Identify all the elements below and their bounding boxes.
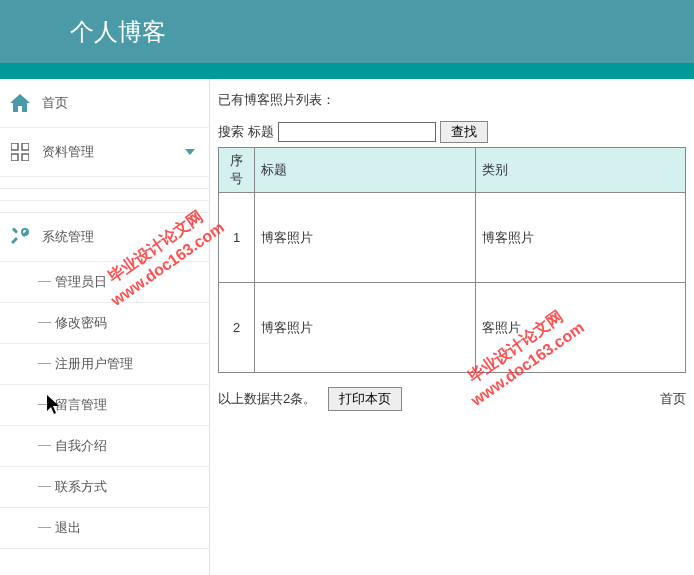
sidebar-item-label: 资料管理	[42, 143, 94, 161]
svg-rect-0	[11, 143, 18, 150]
table-row: 1 博客照片 博客照片	[219, 193, 686, 283]
sub-label: 管理员日	[55, 274, 107, 289]
sidebar-item-label: 首页	[42, 94, 68, 112]
sidebar-sub-change-pwd[interactable]: 修改密码	[0, 303, 209, 344]
sub-label: 退出	[55, 520, 81, 535]
svg-rect-5	[12, 227, 18, 233]
svg-rect-3	[22, 154, 29, 161]
sub-stripe	[0, 189, 209, 201]
tools-icon	[10, 227, 30, 247]
cell-category: 博客照片	[476, 193, 686, 283]
cell-title: 博客照片	[255, 283, 476, 373]
main-content: 已有博客照片列表： 搜索 标题 查找 序号 标题 类别 1 博客照片 博客照片	[210, 79, 694, 575]
sidebar-sub-self-intro[interactable]: 自我介绍	[0, 426, 209, 467]
grid-icon	[10, 142, 30, 162]
sidebar: 首页 资料管理 系统管理 管理员日 修改密码 注册用户管理 留言管理 自我介绍 …	[0, 79, 210, 575]
cell-category: 客照片	[476, 283, 686, 373]
sidebar-item-data-mgmt[interactable]: 资料管理	[0, 128, 209, 177]
sidebar-item-home[interactable]: 首页	[0, 79, 209, 128]
top-bar	[0, 63, 694, 79]
search-label: 搜索	[218, 123, 244, 141]
summary-text: 以上数据共2条。	[218, 390, 316, 408]
list-title: 已有博客照片列表：	[218, 91, 686, 109]
sub-label: 自我介绍	[55, 438, 107, 453]
app-header: 个人博客	[0, 0, 694, 63]
sub-stripe	[0, 177, 209, 189]
col-header-category: 类别	[476, 148, 686, 193]
search-input[interactable]	[278, 122, 436, 142]
cell-title: 博客照片	[255, 193, 476, 283]
sidebar-sub-user-mgmt[interactable]: 注册用户管理	[0, 344, 209, 385]
sidebar-sub-exit[interactable]: 退出	[0, 508, 209, 549]
app-title: 个人博客	[70, 16, 166, 48]
print-button[interactable]: 打印本页	[328, 387, 402, 411]
search-row: 搜索 标题 查找	[218, 121, 686, 143]
home-icon	[10, 93, 30, 113]
footer-row: 以上数据共2条。 打印本页 首页	[218, 387, 686, 411]
cell-num: 2	[219, 283, 255, 373]
col-header-title: 标题	[255, 148, 476, 193]
svg-rect-1	[22, 143, 29, 150]
sidebar-sub-contact[interactable]: 联系方式	[0, 467, 209, 508]
sub-label: 注册用户管理	[55, 356, 133, 371]
sub-label: 修改密码	[55, 315, 107, 330]
data-table: 序号 标题 类别 1 博客照片 博客照片 2 博客照片 客照片	[218, 147, 686, 373]
table-row: 2 博客照片 客照片	[219, 283, 686, 373]
cell-num: 1	[219, 193, 255, 283]
sidebar-sub-admin-log[interactable]: 管理员日	[0, 262, 209, 303]
pager-first[interactable]: 首页	[660, 390, 686, 408]
sub-stripe	[0, 201, 209, 213]
sidebar-sub-message-mgmt[interactable]: 留言管理	[0, 385, 209, 426]
search-field-label: 标题	[248, 123, 274, 141]
sub-label: 联系方式	[55, 479, 107, 494]
sidebar-item-label: 系统管理	[42, 228, 94, 246]
col-header-num: 序号	[219, 148, 255, 193]
sidebar-item-sys-mgmt[interactable]: 系统管理	[0, 213, 209, 262]
search-button[interactable]: 查找	[440, 121, 488, 143]
svg-rect-2	[11, 154, 18, 161]
sub-label: 留言管理	[55, 397, 107, 412]
